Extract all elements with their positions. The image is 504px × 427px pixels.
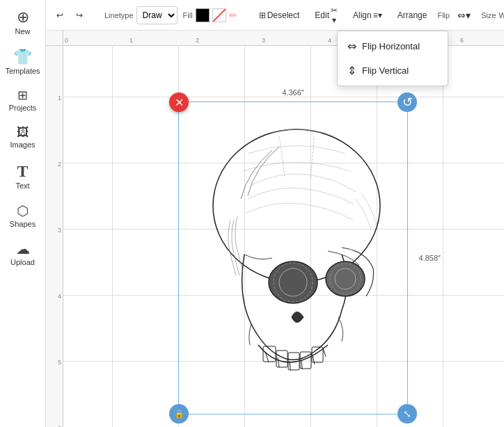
projects-icon: ⊞ xyxy=(17,89,28,102)
linetype-group: Linetype Draw xyxy=(104,6,178,24)
ruler-corner xyxy=(46,31,63,46)
sidebar-item-label: Upload xyxy=(10,258,35,266)
delete-icon: ✕ xyxy=(175,96,184,109)
redo-button[interactable]: ↪ xyxy=(71,8,88,22)
flip-label: Flip xyxy=(437,11,450,19)
pencil-icon: ✏ xyxy=(229,10,237,21)
ruler-v-5: 5 xyxy=(58,359,61,366)
align-button[interactable]: Align ≡▾ xyxy=(348,8,387,22)
flip-group: Flip ⇔▾ xyxy=(437,8,475,23)
linetype-label: Linetype xyxy=(104,11,134,19)
no-fill-indicator xyxy=(212,8,226,22)
lock-handle[interactable]: 🔒 xyxy=(169,404,189,424)
delete-handle[interactable]: ✕ xyxy=(169,92,189,112)
ruler-h-1: 1 xyxy=(129,37,133,44)
lock-icon: 🔒 xyxy=(174,409,184,419)
images-icon: 🖼 xyxy=(17,126,29,138)
ruler-v-2: 2 xyxy=(58,161,61,168)
flip-horizontal-option[interactable]: ⇔ Flip Horizontal xyxy=(338,34,448,58)
ruler-h-2: 2 xyxy=(196,37,199,44)
upload-icon: ☁ xyxy=(16,242,30,256)
templates-icon: 👕 xyxy=(13,49,32,65)
align-label: Align xyxy=(353,10,372,20)
undo-redo-group: ↩ ↪ xyxy=(52,8,88,22)
edit-dropdown-icon: ✂▾ xyxy=(331,6,338,25)
canvas-area[interactable]: 0 1 2 3 4 5 6 1 2 3 4 5 6 7 xyxy=(46,31,504,427)
flip-vertical-option[interactable]: ⇕ Flip Vertical xyxy=(338,58,448,83)
sidebar-item-projects[interactable]: ⊞ Projects xyxy=(0,82,45,119)
align-icon: ≡▾ xyxy=(373,10,382,20)
ruler-v-4: 4 xyxy=(58,293,61,300)
sidebar: ⊕ New 👕 Templates ⊞ Projects 🖼 Images T … xyxy=(0,0,46,427)
rotate-icon: ↺ xyxy=(402,95,413,110)
ruler-h-4: 4 xyxy=(328,37,331,44)
sidebar-item-text[interactable]: T Text xyxy=(0,156,45,197)
sidebar-item-new[interactable]: ⊕ New xyxy=(0,3,45,42)
flip-horizontal-icon: ⇔ xyxy=(347,40,356,53)
flip-vertical-icon: ⇕ xyxy=(347,64,356,77)
new-icon: ⊕ xyxy=(17,10,29,25)
rotate-handle[interactable]: ↺ xyxy=(397,92,417,112)
flip-button[interactable]: ⇔▾ xyxy=(452,8,475,23)
sidebar-item-label: Projects xyxy=(9,104,37,112)
deselect-icon: ⊞ xyxy=(259,10,266,20)
sidebar-item-label: Images xyxy=(10,140,35,149)
fill-color-swatch[interactable] xyxy=(196,8,210,22)
flip-vertical-label: Flip Vertical xyxy=(362,65,409,76)
ruler-v-3: 3 xyxy=(58,227,61,234)
edit-button[interactable]: Edit ✂▾ xyxy=(310,3,342,27)
linetype-select[interactable]: Draw xyxy=(136,6,178,24)
size-group: Size W H xyxy=(481,6,504,24)
deselect-button[interactable]: ⊞ Deselect xyxy=(254,8,305,22)
ruler-h-6: 6 xyxy=(460,37,464,44)
shapes-icon: ⬡ xyxy=(17,204,29,218)
flip-dropdown: ⇔ Flip Horizontal ⇕ Flip Vertical xyxy=(337,31,448,86)
ruler-v-1: 1 xyxy=(58,95,61,102)
sidebar-item-label: Text xyxy=(15,182,29,190)
arrange-button[interactable]: Arrange xyxy=(393,8,432,22)
canvas-width-label: 4.366″ xyxy=(282,88,304,97)
toolbar: ↩ ↪ Linetype Draw Fill ✏ ⊞ Deselect Edit… xyxy=(46,0,504,31)
sidebar-item-label: Shapes xyxy=(10,220,36,228)
sidebar-item-images[interactable]: 🖼 Images xyxy=(0,119,45,156)
fill-group: Fill ✏ xyxy=(183,8,237,22)
sidebar-item-label: New xyxy=(15,27,30,35)
scale-handle[interactable]: ⤡ xyxy=(397,404,417,424)
ruler-h-0: 0 xyxy=(65,37,68,44)
sidebar-item-templates[interactable]: 👕 Templates xyxy=(0,42,45,82)
fill-label: Fill xyxy=(183,11,193,19)
main-area: ↩ ↪ Linetype Draw Fill ✏ ⊞ Deselect Edit… xyxy=(46,0,504,427)
sidebar-item-upload[interactable]: ☁ Upload xyxy=(0,235,45,273)
width-label-w: W xyxy=(499,11,504,19)
arrange-label: Arrange xyxy=(397,10,427,20)
scale-icon: ⤡ xyxy=(403,408,411,419)
selection-box: 4.366″ 4.858″ ✕ ↺ 🔒 ⤡ xyxy=(178,102,408,414)
canvas-height-label: 4.858″ xyxy=(419,254,441,262)
ruler-vertical: 1 2 3 4 5 6 7 xyxy=(46,46,63,427)
ruler-h-3: 3 xyxy=(262,37,265,44)
text-icon: T xyxy=(17,163,28,179)
sidebar-item-label: Templates xyxy=(5,67,40,75)
sidebar-item-shapes[interactable]: ⬡ Shapes xyxy=(0,197,45,235)
flip-horizontal-label: Flip Horizontal xyxy=(362,41,420,51)
canvas-content: 4.366″ 4.858″ ✕ ↺ 🔒 ⤡ xyxy=(63,46,504,427)
size-label: Size xyxy=(481,11,496,19)
edit-label: Edit xyxy=(315,10,329,20)
deselect-label: Deselect xyxy=(267,10,300,20)
undo-button[interactable]: ↩ xyxy=(52,8,68,22)
